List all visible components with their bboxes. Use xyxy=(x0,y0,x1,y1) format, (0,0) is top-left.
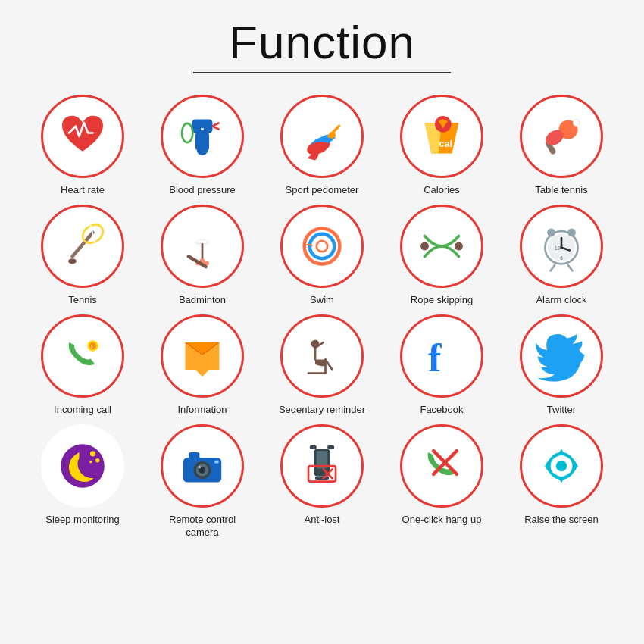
svg-point-36 xyxy=(560,246,563,249)
svg-rect-0 xyxy=(192,120,213,133)
feature-label-raise-the-screen: Raise the screen xyxy=(524,514,599,527)
feature-icon-remote-control-camera xyxy=(161,424,244,508)
feature-label-information: Information xyxy=(177,404,227,417)
feature-icon-incoming-call: ! xyxy=(41,314,124,398)
feature-icon-one-click-hang-up xyxy=(400,424,483,508)
feature-label-sleep-monitoring: Sleep monitoring xyxy=(45,514,120,527)
svg-point-38 xyxy=(567,228,576,236)
feature-item-facebook: f Facebook xyxy=(382,314,502,417)
feature-label-sport-pedometer: Sport pedometer xyxy=(286,184,359,197)
feature-item-sedentary-reminder: Sedentary reminder xyxy=(262,314,382,417)
feature-icon-alarm-clock: 12 6 xyxy=(520,205,603,288)
feature-label-calories: Calories xyxy=(424,184,460,197)
feature-label-one-click-hang-up: One-click hang up xyxy=(402,514,482,527)
svg-rect-69 xyxy=(310,445,317,449)
svg-point-58 xyxy=(89,460,92,463)
feature-label-blood-pressure: Blood pressure xyxy=(169,184,235,197)
svg-rect-68 xyxy=(315,476,329,480)
title-section: Function xyxy=(193,15,451,73)
title-underline xyxy=(193,72,451,73)
feature-icon-heart-rate xyxy=(41,95,124,178)
svg-point-19 xyxy=(68,258,77,264)
svg-point-2 xyxy=(197,145,208,155)
feature-icon-sleep-monitoring xyxy=(41,424,124,508)
svg-point-29 xyxy=(317,241,327,252)
feature-label-heart-rate: Heart rate xyxy=(61,184,105,197)
svg-point-37 xyxy=(547,228,555,236)
feature-icon-sedentary-reminder xyxy=(280,314,364,398)
feature-icon-swim xyxy=(280,205,364,288)
svg-text:!: ! xyxy=(91,343,93,350)
features-grid: Heart rate Blood pressure Sport pedomete… xyxy=(23,95,621,539)
svg-line-50 xyxy=(326,359,333,370)
feature-label-anti-lost: Anti-lost xyxy=(305,514,340,527)
feature-label-alarm-clock: Alarm clock xyxy=(536,294,586,307)
feature-label-badminton: Badminton xyxy=(179,294,226,307)
feature-label-incoming-call: Incoming call xyxy=(54,404,111,417)
feature-label-sedentary-reminder: Sedentary reminder xyxy=(279,404,365,417)
svg-point-15 xyxy=(573,120,580,127)
feature-item-tennis: Tennis xyxy=(23,205,142,307)
feature-icon-tennis xyxy=(41,205,124,288)
feature-icon-anti-lost xyxy=(280,424,364,508)
page-title: Function xyxy=(193,15,451,69)
feature-label-rope-skipping: Rope skipping xyxy=(411,294,473,307)
feature-label-swim: Swim xyxy=(310,294,334,307)
feature-item-incoming-call: ! Incoming call xyxy=(23,314,142,417)
feature-icon-twitter xyxy=(520,314,603,398)
svg-point-53 xyxy=(311,339,320,348)
svg-rect-60 xyxy=(189,452,199,461)
svg-rect-3 xyxy=(201,128,204,130)
feature-item-blood-pressure: Blood pressure xyxy=(142,95,262,197)
svg-text:f: f xyxy=(428,336,442,380)
feature-icon-table-tennis xyxy=(520,95,603,178)
svg-text:12: 12 xyxy=(555,245,561,251)
svg-point-6 xyxy=(182,123,192,142)
feature-item-swim: Swim xyxy=(262,205,382,307)
feature-label-facebook: Facebook xyxy=(420,404,463,417)
feature-item-table-tennis: Table tennis xyxy=(502,95,621,197)
svg-line-40 xyxy=(568,265,572,270)
feature-item-rope-skipping: Rope skipping xyxy=(382,205,502,307)
feature-icon-raise-the-screen xyxy=(520,424,603,508)
feature-item-badminton: Badminton xyxy=(142,205,262,307)
feature-icon-calories: cal xyxy=(400,95,483,178)
feature-item-heart-rate: Heart rate xyxy=(23,95,142,197)
feature-label-table-tennis: Table tennis xyxy=(535,184,587,197)
feature-item-information: Information xyxy=(142,314,262,417)
feature-label-tennis: Tennis xyxy=(68,294,97,307)
feature-icon-information xyxy=(161,314,244,398)
feature-icon-sport-pedometer xyxy=(280,95,364,178)
feature-item-one-click-hang-up: One-click hang up xyxy=(382,424,502,539)
svg-line-39 xyxy=(551,265,555,270)
page: Function Heart rate Blood pressure Sport… xyxy=(0,0,644,644)
feature-icon-blood-pressure xyxy=(161,95,244,178)
feature-icon-facebook: f xyxy=(400,314,483,398)
svg-line-5 xyxy=(213,127,220,130)
feature-item-anti-lost: Anti-lost xyxy=(262,424,382,539)
svg-text:cal: cal xyxy=(439,139,452,149)
svg-point-57 xyxy=(95,458,99,462)
feature-label-remote-control-camera: Remote control camera xyxy=(153,514,252,539)
feature-item-sport-pedometer: Sport pedometer xyxy=(262,95,382,197)
feature-icon-badminton xyxy=(161,205,244,288)
feature-icon-rope-skipping xyxy=(400,205,483,288)
feature-item-twitter: Twitter xyxy=(502,314,621,417)
feature-item-raise-the-screen: Raise the screen xyxy=(502,424,621,539)
feature-item-remote-control-camera: Remote control camera xyxy=(142,424,262,539)
svg-rect-70 xyxy=(327,445,334,449)
svg-point-56 xyxy=(90,451,95,456)
svg-rect-65 xyxy=(214,460,218,463)
svg-point-28 xyxy=(310,234,334,258)
svg-point-31 xyxy=(455,242,463,250)
feature-item-calories: cal Calories xyxy=(382,95,502,197)
svg-point-64 xyxy=(199,466,202,469)
feature-item-sleep-monitoring: Sleep monitoring xyxy=(23,424,142,539)
svg-point-30 xyxy=(420,242,429,250)
svg-text:6: 6 xyxy=(560,255,563,261)
svg-point-77 xyxy=(556,460,567,470)
feature-label-twitter: Twitter xyxy=(547,404,576,417)
feature-item-alarm-clock: 12 6 Alarm clock xyxy=(502,205,621,307)
